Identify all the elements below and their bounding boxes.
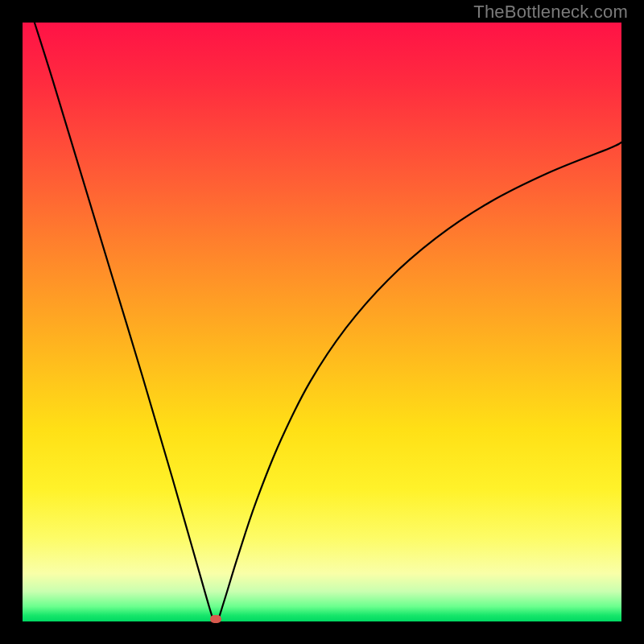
curve-right xyxy=(218,142,621,621)
chart-frame: TheBottleneck.com xyxy=(0,0,644,644)
plot-area xyxy=(23,23,621,621)
curve-svg xyxy=(23,23,621,621)
watermark-text: TheBottleneck.com xyxy=(473,2,628,23)
curve-left xyxy=(35,23,213,621)
minimum-marker xyxy=(210,615,221,623)
